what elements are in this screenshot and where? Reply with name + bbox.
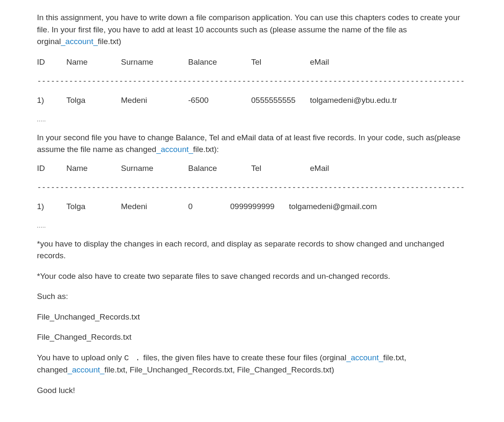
row1-balance: -6500 bbox=[188, 94, 251, 107]
intro-text-after: file.txt) bbox=[98, 37, 121, 46]
header2-balance: Balance bbox=[188, 163, 251, 175]
ellipsis-2: ..... bbox=[37, 222, 467, 230]
dashed-separator-1: ----------------------------------------… bbox=[37, 75, 467, 86]
header2-id: ID bbox=[37, 163, 66, 175]
upload-paragraph: You have to upload only C . files, the g… bbox=[37, 352, 467, 376]
intro-link[interactable]: _account_ bbox=[61, 37, 98, 46]
row1-email: tolgamedeni@ybu.edu.tr bbox=[310, 94, 467, 107]
header-surname: Surname bbox=[121, 56, 188, 68]
header-balance: Balance bbox=[188, 56, 251, 68]
ellipsis-1: ..... bbox=[37, 116, 467, 123]
upload-p1: You have to upload only bbox=[37, 353, 124, 362]
table2-header-row: ID Name Surname Balance Tel eMail bbox=[37, 163, 467, 175]
row1-surname: Medeni bbox=[121, 94, 188, 107]
row2-email: tolgamedeni@gmail.com bbox=[289, 201, 467, 213]
row2-tel: 0999999999 bbox=[230, 201, 289, 213]
file-changed-name: File_Changed_Records.txt bbox=[37, 331, 467, 343]
para2-after: file.txt): bbox=[193, 145, 219, 154]
header2-name: Name bbox=[66, 163, 121, 175]
row1-tel: 0555555555 bbox=[251, 94, 310, 107]
upload-p2: files, the given files have to create th… bbox=[141, 353, 346, 362]
header-id: ID bbox=[37, 56, 66, 68]
good-luck: Good luck! bbox=[37, 385, 467, 397]
upload-link2[interactable]: _account_ bbox=[68, 365, 105, 374]
header-tel: Tel bbox=[251, 56, 310, 68]
upload-code: C . bbox=[124, 354, 141, 363]
table1-header-row: ID Name Surname Balance Tel eMail bbox=[37, 56, 467, 68]
header-email: eMail bbox=[310, 56, 467, 68]
file-unchanged-name: File_Unchanged_Records.txt bbox=[37, 311, 467, 323]
table2-data-row: 1) Tolga Medeni 0 0999999999 tolgamedeni… bbox=[37, 201, 467, 213]
note-display-changes: *you have to display the changes in each… bbox=[37, 238, 467, 262]
table1-data-row: 1) Tolga Medeni -6500 0555555555 tolgame… bbox=[37, 94, 467, 107]
header2-tel: Tel bbox=[251, 163, 310, 175]
note-create-files: *Your code also have to create two separ… bbox=[37, 270, 467, 283]
such-as-label: Such as: bbox=[37, 291, 467, 303]
para2-before: In your second file you have to change B… bbox=[37, 133, 460, 154]
row2-balance: 0 bbox=[188, 201, 230, 213]
second-file-paragraph: In your second file you have to change B… bbox=[37, 132, 467, 156]
row2-surname: Medeni bbox=[121, 201, 188, 213]
row1-name: Tolga bbox=[66, 94, 121, 107]
dashed-separator-2: ----------------------------------------… bbox=[37, 181, 467, 192]
row1-id: 1) bbox=[37, 94, 66, 107]
row2-id: 1) bbox=[37, 201, 66, 213]
upload-p4: file.txt, File_Unchanged_Records.txt, Fi… bbox=[105, 365, 334, 374]
row2-name: Tolga bbox=[66, 201, 121, 213]
upload-link1[interactable]: _account_ bbox=[346, 353, 383, 362]
para2-link[interactable]: _account_ bbox=[156, 145, 193, 154]
intro-paragraph: In this assignment, you have to write do… bbox=[37, 12, 467, 48]
header-name: Name bbox=[66, 56, 121, 68]
header2-email: eMail bbox=[310, 163, 467, 175]
header2-surname: Surname bbox=[121, 163, 188, 175]
